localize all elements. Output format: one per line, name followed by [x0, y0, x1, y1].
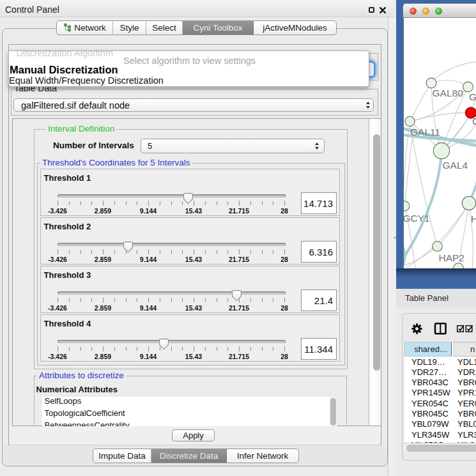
svg-text:C: C [472, 116, 476, 127]
svg-text:GAL80: GAL80 [433, 88, 464, 98]
svg-text:GA: GA [469, 91, 476, 102]
svg-text:GAL11: GAL11 [410, 127, 440, 137]
svg-text:HAP2: HAP2 [439, 252, 465, 263]
svg-text:H: H [471, 213, 476, 224]
svg-text:GAL4: GAL4 [443, 160, 468, 171]
svg-text:GCY1: GCY1 [404, 213, 430, 224]
